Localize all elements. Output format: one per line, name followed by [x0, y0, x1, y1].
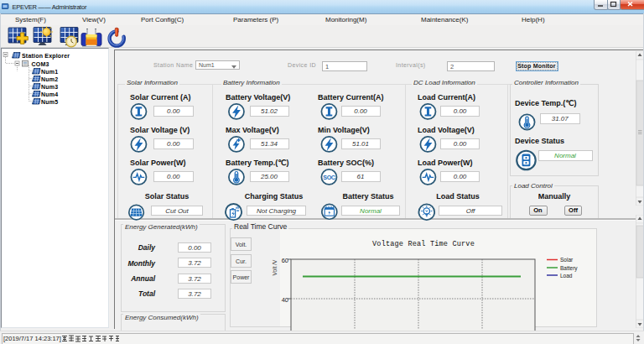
svg-text:Voltage Real Time Curve: Voltage Real Time Curve: [372, 240, 475, 248]
svg-text:Load: Load: [560, 273, 573, 279]
svg-text:Volt /V: Volt /V: [272, 259, 278, 275]
svg-text:Solar: Solar: [560, 257, 574, 263]
svg-text:40: 40: [282, 296, 288, 304]
svg-text:Battery: Battery: [560, 265, 578, 272]
svg-text:60: 60: [282, 257, 288, 264]
